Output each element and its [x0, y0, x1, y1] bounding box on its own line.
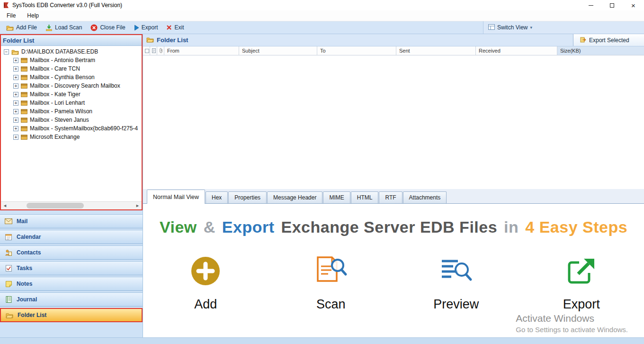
tab-rtf[interactable]: RTF: [379, 191, 402, 203]
minimize-button[interactable]: [580, 0, 601, 10]
scroll-left-arrow-icon[interactable]: ◄: [1, 202, 9, 209]
expand-icon[interactable]: +: [13, 126, 18, 131]
tree-item[interactable]: + Mailbox - SystemMailbox{bc8ab690-f275-…: [1, 124, 142, 133]
switch-view-area: Switch View ▾: [483, 21, 644, 34]
close-button[interactable]: ×: [623, 0, 644, 10]
nav-item-journal[interactable]: Journal: [0, 292, 143, 307]
column-header-sent[interactable]: Sent: [396, 46, 476, 55]
banner-segment: 4 Easy Steps: [525, 218, 627, 236]
mailbox-icon: [21, 66, 27, 72]
step-scan: Scan: [268, 252, 394, 312]
mailbox-icon: [21, 83, 27, 89]
tree-item[interactable]: + Mailbox - Antonio Bertram: [1, 56, 142, 64]
tab-properties[interactable]: Properties: [228, 191, 267, 203]
scan-step-icon: [314, 252, 348, 290]
tree-item[interactable]: + Mailbox - Care TCN: [1, 64, 142, 73]
checkbox-column-header[interactable]: [143, 46, 150, 55]
add-file-button[interactable]: Add File: [2, 21, 41, 34]
item-type-column-header[interactable]: [150, 46, 157, 55]
tree-item[interactable]: + Mailbox - Cynthia Benson: [1, 73, 142, 81]
export-play-icon: [134, 25, 139, 31]
nav-item-notes[interactable]: Notes: [0, 277, 143, 291]
export-button[interactable]: Export: [130, 21, 162, 34]
tab-attachments[interactable]: Attachments: [403, 191, 447, 203]
tree-item[interactable]: + Mailbox - Lori Lenhart: [1, 99, 142, 107]
add-file-folder-icon: [6, 25, 14, 31]
tree-item[interactable]: + Mailbox - Discovery Search Mailbox: [1, 81, 142, 90]
mail-icon: [4, 218, 13, 224]
tree-item-root[interactable]: − D:\MAILBOX DATABASE.EDB: [1, 47, 142, 56]
tree-item[interactable]: + Mailbox - Steven Janus: [1, 116, 142, 124]
tab-mime[interactable]: MIME: [323, 191, 350, 203]
nav-item-mail[interactable]: Mail: [0, 214, 143, 228]
nav-item-contacts[interactable]: Contacts: [0, 245, 143, 260]
expand-icon[interactable]: +: [13, 58, 18, 63]
column-header-received[interactable]: Received: [476, 46, 557, 55]
tree-item[interactable]: + Mailbox - Kate Tiger: [1, 90, 142, 99]
preview-tabstrip: Normal Mail View Hex Properties Message …: [143, 189, 644, 204]
message-list-header: From Subject To Sent Received Size(KB): [143, 46, 644, 55]
close-file-button[interactable]: Close File: [86, 21, 129, 34]
column-header-subject[interactable]: Subject: [239, 46, 317, 55]
tab-message-header[interactable]: Message Header: [267, 191, 322, 203]
preview-step-icon: [439, 252, 473, 290]
menu-file[interactable]: File: [7, 12, 16, 19]
nav-item-tasks[interactable]: Tasks: [0, 261, 143, 275]
tab-html[interactable]: HTML: [351, 191, 379, 203]
load-scan-button[interactable]: Load Scan: [41, 21, 86, 34]
tree-item[interactable]: + Mailbox - Pamela Wilson: [1, 107, 142, 116]
tree-item-label: Mailbox - Discovery Search Mailbox: [30, 82, 120, 89]
watermark-line1: Activate Windows: [516, 313, 628, 324]
content-header-title: Folder List: [157, 36, 188, 44]
folder-list-panel-title: Folder List: [1, 35, 142, 46]
nav-item-folder-list[interactable]: Folder List: [0, 308, 143, 322]
banner-segment: View: [160, 218, 197, 236]
tree-item-label: Microsoft Exchange: [30, 134, 80, 140]
expand-icon[interactable]: +: [13, 75, 18, 80]
scrollbar-track[interactable]: [9, 202, 134, 209]
collapse-icon[interactable]: −: [4, 49, 9, 54]
expand-icon[interactable]: +: [13, 109, 18, 114]
promo-banner: View&ExportExchange Server EDB Filesin4 …: [143, 218, 644, 236]
tree-horizontal-scrollbar[interactable]: ◄ ►: [1, 201, 142, 209]
window-title: SysTools EDB Converter v3.0 (Full Versio…: [12, 2, 122, 9]
expand-icon[interactable]: +: [13, 83, 18, 89]
expand-icon[interactable]: +: [13, 66, 18, 72]
attachment-column-header[interactable]: [157, 46, 164, 55]
step-export: Export: [519, 252, 644, 312]
export-step-icon: [566, 252, 597, 290]
column-header-size[interactable]: Size(KB): [557, 46, 644, 55]
export-selected-button[interactable]: Export Selected: [573, 34, 644, 46]
step-add: Add: [143, 252, 268, 312]
expand-icon[interactable]: +: [13, 135, 18, 140]
maximize-button[interactable]: [601, 0, 623, 10]
tab-hex[interactable]: Hex: [206, 191, 228, 203]
expand-icon[interactable]: +: [13, 118, 18, 123]
calendar-icon: [4, 234, 13, 240]
menu-help[interactable]: Help: [27, 12, 39, 19]
tree-item-label: Mailbox - SystemMailbox{bc8ab690-f275-4: [30, 125, 138, 132]
expand-icon[interactable]: +: [13, 92, 18, 97]
expand-icon[interactable]: +: [13, 100, 18, 106]
mailbox-icon: [21, 109, 27, 114]
tree-item[interactable]: + Microsoft Exchange: [1, 133, 142, 141]
export-selected-label: Export Selected: [589, 37, 629, 44]
nav-item-calendar[interactable]: Calendar: [0, 230, 143, 244]
folder-tree: − D:\MAILBOX DATABASE.EDB + Mailbox - An…: [1, 46, 142, 201]
left-panel: Folder List − D:\MAILBOX DATABASE.EDB + …: [0, 34, 143, 337]
banner-segment: in: [504, 218, 519, 236]
switch-view-button[interactable]: Switch View ▾: [488, 24, 532, 31]
database-folder-icon: [11, 49, 19, 55]
folder-header-icon: [146, 36, 154, 44]
close-file-icon: [90, 24, 98, 31]
folder-tree-panel: Folder List − D:\MAILBOX DATABASE.EDB + …: [0, 34, 143, 210]
step-label: Scan: [316, 297, 346, 312]
mailbox-icon: [21, 135, 27, 140]
tab-normal-mail-view[interactable]: Normal Mail View: [147, 190, 205, 204]
scroll-right-arrow-icon[interactable]: ►: [134, 202, 142, 209]
column-header-from[interactable]: From: [164, 46, 239, 55]
exit-button[interactable]: Exit: [162, 21, 188, 34]
scrollbar-thumb[interactable]: [27, 203, 84, 208]
column-header-to[interactable]: To: [317, 46, 396, 55]
exit-icon: [166, 25, 172, 30]
